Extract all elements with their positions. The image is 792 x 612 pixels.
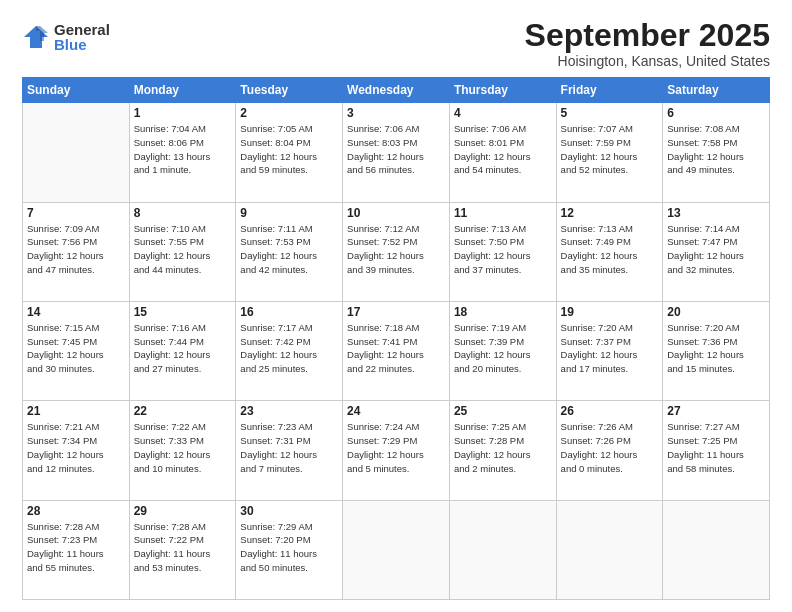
- day-number: 4: [454, 106, 552, 120]
- day-info: Sunrise: 7:16 AM Sunset: 7:44 PM Dayligh…: [134, 321, 232, 376]
- table-row: 15Sunrise: 7:16 AM Sunset: 7:44 PM Dayli…: [129, 301, 236, 400]
- weekday-header-row: Sunday Monday Tuesday Wednesday Thursday…: [23, 78, 770, 103]
- day-info: Sunrise: 7:22 AM Sunset: 7:33 PM Dayligh…: [134, 420, 232, 475]
- day-number: 15: [134, 305, 232, 319]
- day-info: Sunrise: 7:09 AM Sunset: 7:56 PM Dayligh…: [27, 222, 125, 277]
- table-row: 13Sunrise: 7:14 AM Sunset: 7:47 PM Dayli…: [663, 202, 770, 301]
- table-row: 12Sunrise: 7:13 AM Sunset: 7:49 PM Dayli…: [556, 202, 663, 301]
- day-number: 13: [667, 206, 765, 220]
- table-row: 9Sunrise: 7:11 AM Sunset: 7:53 PM Daylig…: [236, 202, 343, 301]
- day-number: 11: [454, 206, 552, 220]
- table-row: 3Sunrise: 7:06 AM Sunset: 8:03 PM Daylig…: [343, 103, 450, 202]
- table-row: [449, 500, 556, 599]
- logo-text: General Blue: [54, 22, 110, 52]
- table-row: 16Sunrise: 7:17 AM Sunset: 7:42 PM Dayli…: [236, 301, 343, 400]
- table-row: 1Sunrise: 7:04 AM Sunset: 8:06 PM Daylig…: [129, 103, 236, 202]
- day-info: Sunrise: 7:23 AM Sunset: 7:31 PM Dayligh…: [240, 420, 338, 475]
- day-info: Sunrise: 7:04 AM Sunset: 8:06 PM Dayligh…: [134, 122, 232, 177]
- table-row: 28Sunrise: 7:28 AM Sunset: 7:23 PM Dayli…: [23, 500, 130, 599]
- day-info: Sunrise: 7:17 AM Sunset: 7:42 PM Dayligh…: [240, 321, 338, 376]
- day-number: 21: [27, 404, 125, 418]
- header-monday: Monday: [129, 78, 236, 103]
- day-info: Sunrise: 7:29 AM Sunset: 7:20 PM Dayligh…: [240, 520, 338, 575]
- day-info: Sunrise: 7:24 AM Sunset: 7:29 PM Dayligh…: [347, 420, 445, 475]
- day-info: Sunrise: 7:20 AM Sunset: 7:36 PM Dayligh…: [667, 321, 765, 376]
- day-number: 30: [240, 504, 338, 518]
- day-info: Sunrise: 7:28 AM Sunset: 7:22 PM Dayligh…: [134, 520, 232, 575]
- day-number: 20: [667, 305, 765, 319]
- day-info: Sunrise: 7:18 AM Sunset: 7:41 PM Dayligh…: [347, 321, 445, 376]
- table-row: 2Sunrise: 7:05 AM Sunset: 8:04 PM Daylig…: [236, 103, 343, 202]
- logo-general: General: [54, 22, 110, 37]
- day-number: 26: [561, 404, 659, 418]
- table-row: 23Sunrise: 7:23 AM Sunset: 7:31 PM Dayli…: [236, 401, 343, 500]
- day-number: 18: [454, 305, 552, 319]
- day-number: 1: [134, 106, 232, 120]
- day-info: Sunrise: 7:07 AM Sunset: 7:59 PM Dayligh…: [561, 122, 659, 177]
- header-wednesday: Wednesday: [343, 78, 450, 103]
- table-row: 17Sunrise: 7:18 AM Sunset: 7:41 PM Dayli…: [343, 301, 450, 400]
- day-number: 29: [134, 504, 232, 518]
- day-info: Sunrise: 7:12 AM Sunset: 7:52 PM Dayligh…: [347, 222, 445, 277]
- day-info: Sunrise: 7:10 AM Sunset: 7:55 PM Dayligh…: [134, 222, 232, 277]
- day-number: 16: [240, 305, 338, 319]
- header-saturday: Saturday: [663, 78, 770, 103]
- day-info: Sunrise: 7:15 AM Sunset: 7:45 PM Dayligh…: [27, 321, 125, 376]
- day-number: 19: [561, 305, 659, 319]
- day-info: Sunrise: 7:20 AM Sunset: 7:37 PM Dayligh…: [561, 321, 659, 376]
- table-row: [23, 103, 130, 202]
- day-info: Sunrise: 7:26 AM Sunset: 7:26 PM Dayligh…: [561, 420, 659, 475]
- day-number: 14: [27, 305, 125, 319]
- day-number: 2: [240, 106, 338, 120]
- table-row: [556, 500, 663, 599]
- day-info: Sunrise: 7:13 AM Sunset: 7:50 PM Dayligh…: [454, 222, 552, 277]
- month-title: September 2025: [525, 18, 770, 53]
- table-row: 7Sunrise: 7:09 AM Sunset: 7:56 PM Daylig…: [23, 202, 130, 301]
- day-number: 3: [347, 106, 445, 120]
- table-row: 26Sunrise: 7:26 AM Sunset: 7:26 PM Dayli…: [556, 401, 663, 500]
- day-number: 8: [134, 206, 232, 220]
- day-number: 22: [134, 404, 232, 418]
- day-info: Sunrise: 7:19 AM Sunset: 7:39 PM Dayligh…: [454, 321, 552, 376]
- day-info: Sunrise: 7:06 AM Sunset: 8:01 PM Dayligh…: [454, 122, 552, 177]
- day-number: 23: [240, 404, 338, 418]
- day-info: Sunrise: 7:08 AM Sunset: 7:58 PM Dayligh…: [667, 122, 765, 177]
- table-row: 11Sunrise: 7:13 AM Sunset: 7:50 PM Dayli…: [449, 202, 556, 301]
- logo: General Blue: [22, 22, 110, 52]
- day-number: 17: [347, 305, 445, 319]
- logo-icon: [22, 23, 50, 51]
- location: Hoisington, Kansas, United States: [525, 53, 770, 69]
- header: General Blue September 2025 Hoisington, …: [22, 18, 770, 69]
- day-number: 7: [27, 206, 125, 220]
- day-info: Sunrise: 7:28 AM Sunset: 7:23 PM Dayligh…: [27, 520, 125, 575]
- table-row: 30Sunrise: 7:29 AM Sunset: 7:20 PM Dayli…: [236, 500, 343, 599]
- table-row: 4Sunrise: 7:06 AM Sunset: 8:01 PM Daylig…: [449, 103, 556, 202]
- title-block: September 2025 Hoisington, Kansas, Unite…: [525, 18, 770, 69]
- table-row: 8Sunrise: 7:10 AM Sunset: 7:55 PM Daylig…: [129, 202, 236, 301]
- page: General Blue September 2025 Hoisington, …: [0, 0, 792, 612]
- day-info: Sunrise: 7:11 AM Sunset: 7:53 PM Dayligh…: [240, 222, 338, 277]
- table-row: 21Sunrise: 7:21 AM Sunset: 7:34 PM Dayli…: [23, 401, 130, 500]
- table-row: [663, 500, 770, 599]
- table-row: 20Sunrise: 7:20 AM Sunset: 7:36 PM Dayli…: [663, 301, 770, 400]
- day-number: 5: [561, 106, 659, 120]
- header-thursday: Thursday: [449, 78, 556, 103]
- day-number: 24: [347, 404, 445, 418]
- day-info: Sunrise: 7:25 AM Sunset: 7:28 PM Dayligh…: [454, 420, 552, 475]
- table-row: 10Sunrise: 7:12 AM Sunset: 7:52 PM Dayli…: [343, 202, 450, 301]
- table-row: [343, 500, 450, 599]
- day-number: 10: [347, 206, 445, 220]
- day-number: 12: [561, 206, 659, 220]
- day-info: Sunrise: 7:06 AM Sunset: 8:03 PM Dayligh…: [347, 122, 445, 177]
- day-info: Sunrise: 7:14 AM Sunset: 7:47 PM Dayligh…: [667, 222, 765, 277]
- table-row: 5Sunrise: 7:07 AM Sunset: 7:59 PM Daylig…: [556, 103, 663, 202]
- day-info: Sunrise: 7:13 AM Sunset: 7:49 PM Dayligh…: [561, 222, 659, 277]
- day-info: Sunrise: 7:21 AM Sunset: 7:34 PM Dayligh…: [27, 420, 125, 475]
- day-info: Sunrise: 7:27 AM Sunset: 7:25 PM Dayligh…: [667, 420, 765, 475]
- header-tuesday: Tuesday: [236, 78, 343, 103]
- header-friday: Friday: [556, 78, 663, 103]
- table-row: 27Sunrise: 7:27 AM Sunset: 7:25 PM Dayli…: [663, 401, 770, 500]
- table-row: 14Sunrise: 7:15 AM Sunset: 7:45 PM Dayli…: [23, 301, 130, 400]
- day-number: 25: [454, 404, 552, 418]
- table-row: 22Sunrise: 7:22 AM Sunset: 7:33 PM Dayli…: [129, 401, 236, 500]
